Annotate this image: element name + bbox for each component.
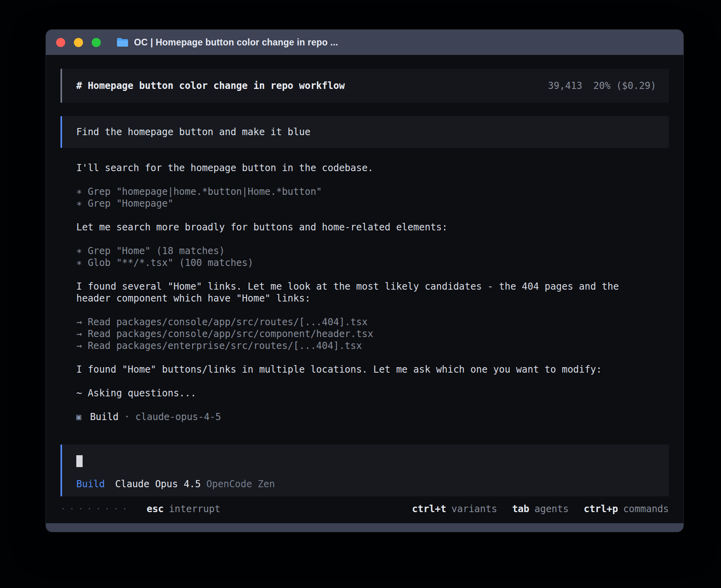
window-title: OC | Homepage button color change in rep… bbox=[134, 37, 338, 48]
status-left: ········ esc interrupt bbox=[60, 503, 220, 515]
tool-call-read: → Read packages/console/app/src/routes/[… bbox=[76, 316, 669, 328]
session-header: # Homepage button color change in repo w… bbox=[60, 69, 669, 103]
prompt-input[interactable]: Build Claude Opus 4.5 OpenCode Zen bbox=[60, 445, 669, 496]
assistant-paragraph: Let me search more broadly for buttons a… bbox=[76, 221, 638, 233]
assistant-paragraph: I found several "Home" links. Let me loo… bbox=[76, 281, 638, 304]
assistant-transcript: I'll search for the homepage button in t… bbox=[60, 162, 669, 436]
mode-label[interactable]: Build bbox=[76, 478, 105, 490]
esc-label: interrupt bbox=[169, 503, 220, 515]
session-title: # Homepage button color change in repo w… bbox=[76, 80, 345, 92]
tool-call-group: ∗ Grep "Home" (18 matches) ∗ Glob "**/*.… bbox=[76, 245, 669, 269]
tool-call-read: → Read packages/enterprise/src/routes/[.… bbox=[76, 340, 669, 352]
folder-icon bbox=[117, 38, 128, 47]
variants-key: ctrl+t bbox=[412, 503, 446, 515]
agent-icon: ▣ bbox=[76, 411, 81, 423]
input-meta: Build Claude Opus 4.5 OpenCode Zen bbox=[76, 478, 656, 490]
terminal-content: # Homepage button color change in repo w… bbox=[46, 55, 683, 496]
token-count: 39,413 bbox=[548, 80, 582, 92]
tool-call-group: ∗ Grep "homepage|home.*button|Home.*butt… bbox=[76, 186, 669, 209]
provider-label: OpenCode Zen bbox=[206, 478, 275, 490]
hint-agents: tab agents bbox=[512, 503, 569, 515]
esc-key: esc bbox=[147, 503, 164, 515]
hint-commands: ctrl+p commands bbox=[584, 503, 669, 515]
agent-status-line: ▣ Build · claude-opus-4-5 bbox=[76, 411, 669, 423]
context-cost: 20% ($0.29) bbox=[593, 80, 656, 92]
asking-questions-status: ~ Asking questions... bbox=[76, 387, 638, 399]
assistant-paragraph: I found "Home" buttons/links in multiple… bbox=[76, 364, 638, 375]
assistant-paragraph: I'll search for the homepage button in t… bbox=[76, 162, 638, 174]
commands-label: commands bbox=[623, 503, 669, 515]
traffic-lights bbox=[56, 38, 101, 47]
agent-separator: · bbox=[124, 411, 130, 423]
minimize-button[interactable] bbox=[74, 38, 83, 47]
user-message: Find the homepage button and make it blu… bbox=[60, 116, 669, 148]
tool-call-grep: ∗ Grep "Home" (18 matches) bbox=[76, 245, 669, 257]
window-bottom-edge bbox=[46, 523, 683, 532]
window-titlebar[interactable]: OC | Homepage button color change in rep… bbox=[46, 30, 683, 55]
status-right: ctrl+t variants tab agents ctrl+p comman… bbox=[412, 503, 669, 515]
text-cursor bbox=[76, 455, 83, 467]
model-label: Claude Opus 4.5 bbox=[115, 478, 201, 490]
user-message-text: Find the homepage button and make it blu… bbox=[76, 126, 310, 138]
title-group: OC | Homepage button color change in rep… bbox=[117, 37, 338, 48]
zoom-button[interactable] bbox=[92, 38, 101, 47]
session-stats: 39,413 20% ($0.29) bbox=[548, 80, 656, 92]
hint-variants: ctrl+t variants bbox=[412, 503, 497, 515]
tool-call-group: → Read packages/console/app/src/routes/[… bbox=[76, 316, 669, 352]
agents-key: tab bbox=[512, 503, 529, 515]
close-button[interactable] bbox=[56, 38, 65, 47]
commands-key: ctrl+p bbox=[584, 503, 618, 515]
tool-call-glob: ∗ Glob "**/*.tsx" (100 matches) bbox=[76, 257, 669, 269]
terminal-window: OC | Homepage button color change in rep… bbox=[46, 30, 683, 532]
spinner-dots: ········ bbox=[60, 503, 131, 515]
status-bar: ········ esc interrupt ctrl+t variants t… bbox=[46, 496, 683, 523]
agent-model: claude-opus-4-5 bbox=[135, 411, 221, 423]
tool-call-grep: ∗ Grep "homepage|home.*button|Home.*butt… bbox=[76, 186, 669, 198]
tool-call-grep: ∗ Grep "Homepage" bbox=[76, 198, 669, 209]
agents-label: agents bbox=[534, 503, 569, 515]
variants-label: variants bbox=[451, 503, 497, 515]
agent-name: Build bbox=[90, 411, 119, 423]
hint-interrupt: esc interrupt bbox=[147, 503, 220, 515]
tool-call-read: → Read packages/console/app/src/componen… bbox=[76, 328, 669, 340]
